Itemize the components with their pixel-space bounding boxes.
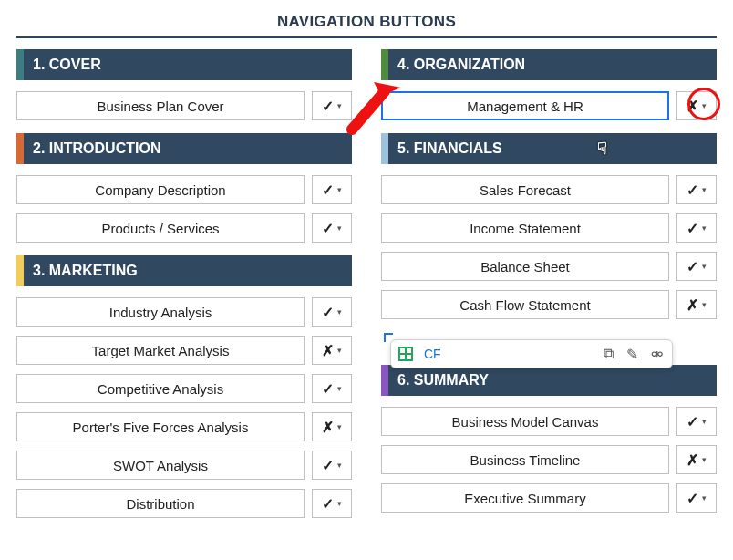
nav-target-market-analysis[interactable]: Target Market Analysis [16, 336, 305, 365]
nav-income-statement[interactable]: Income Statement [381, 213, 669, 243]
mark-check-icon: ✓ [322, 495, 334, 513]
page-title: NAVIGATION BUTTONS [16, 13, 717, 38]
toggle-business-plan-cover[interactable]: ✓ ▾ [312, 91, 352, 120]
caret-down-icon: ▾ [337, 384, 342, 393]
nav-row: Company Description ✓ ▾ [16, 175, 352, 204]
toggle-cash-flow-statement[interactable]: ✗ ▾ [676, 290, 717, 319]
accent-financials [381, 133, 388, 164]
section-label: 2. INTRODUCTION [24, 140, 160, 157]
section-header-marketing: 3. MARKETING [16, 255, 352, 286]
right-column: 4. ORGANIZATION Management & HR ✗ ▾ 5. F… [381, 49, 717, 527]
nav-row: Competitive Analysis ✓ ▾ [16, 374, 352, 403]
mark-check-icon: ✓ [322, 181, 334, 199]
caret-down-icon: ▾ [702, 417, 707, 426]
caret-down-icon: ▾ [337, 185, 342, 194]
columns: 1. COVER Business Plan Cover ✓ ▾ 2. INTR… [16, 49, 717, 527]
toggle-business-timeline[interactable]: ✗ ▾ [676, 445, 717, 474]
nav-balance-sheet[interactable]: Balance Sheet [381, 252, 669, 281]
selection-corner-icon [384, 333, 393, 342]
nav-cash-flow-statement[interactable]: Cash Flow Statement [381, 290, 669, 319]
mark-check-icon: ✓ [322, 98, 334, 115]
nav-management-hr[interactable]: Management & HR [381, 91, 669, 120]
mark-check-icon: ✓ [687, 220, 698, 237]
caret-down-icon: ▾ [337, 307, 342, 316]
link-popup: CF ⧉ ✎ ⚮ [390, 339, 673, 368]
caret-down-icon: ▾ [702, 300, 707, 309]
nav-business-model-canvas[interactable]: Business Model Canvas [381, 407, 669, 436]
caret-down-icon: ▾ [337, 422, 342, 431]
toggle-target-market-analysis[interactable]: ✗ ▾ [312, 336, 352, 365]
mark-check-icon: ✓ [687, 490, 698, 507]
nav-row: Executive Summary ✓ ▾ [381, 483, 717, 513]
nav-row: Target Market Analysis ✗ ▾ [16, 336, 352, 365]
caret-down-icon: ▾ [337, 461, 342, 470]
toggle-products-services[interactable]: ✓ ▾ [312, 213, 352, 243]
caret-down-icon: ▾ [337, 499, 342, 508]
toggle-executive-summary[interactable]: ✓ ▾ [676, 483, 717, 513]
link-label[interactable]: CF [424, 347, 441, 361]
mark-cross-icon: ✗ [687, 98, 698, 115]
section-label: 1. COVER [24, 57, 101, 73]
nav-competitive-analysis[interactable]: Competitive Analysis [16, 374, 305, 403]
toggle-industry-analysis[interactable]: ✓ ▾ [312, 297, 352, 327]
section-label: 4. ORGANIZATION [388, 57, 525, 73]
nav-business-timeline[interactable]: Business Timeline [381, 445, 669, 474]
nav-row: Distribution ✓ ▾ [16, 489, 352, 518]
mark-check-icon: ✓ [687, 258, 698, 275]
accent-organization [381, 49, 388, 80]
caret-down-icon: ▾ [337, 101, 342, 110]
hand-cursor-icon: ☟ [597, 139, 607, 159]
nav-business-plan-cover[interactable]: Business Plan Cover [16, 91, 305, 120]
toggle-company-description[interactable]: ✓ ▾ [312, 175, 352, 204]
nav-row: Income Statement ✓ ▾ [381, 213, 717, 243]
accent-cover [16, 49, 24, 80]
nav-row: SWOT Analysis ✓ ▾ [16, 451, 352, 480]
mark-check-icon: ✓ [687, 413, 698, 430]
nav-row: Porter's Five Forces Analysis ✗ ▾ [16, 412, 352, 441]
edit-icon[interactable]: ✎ [626, 346, 638, 363]
mark-cross-icon: ✗ [322, 419, 334, 436]
section-header-organization: 4. ORGANIZATION [381, 49, 717, 80]
nav-row: Business Timeline ✗ ▾ [381, 445, 717, 474]
toggle-income-statement[interactable]: ✓ ▾ [676, 213, 717, 243]
section-label: 6. SUMMARY [388, 372, 489, 389]
nav-row: Business Model Canvas ✓ ▾ [381, 407, 717, 436]
toggle-distribution[interactable]: ✓ ▾ [312, 489, 352, 518]
caret-down-icon: ▾ [702, 493, 707, 503]
nav-row: Products / Services ✓ ▾ [16, 213, 352, 243]
caret-down-icon: ▾ [337, 346, 342, 355]
mark-check-icon: ✓ [687, 181, 698, 199]
section-header-summary: 6. SUMMARY [381, 365, 717, 396]
toggle-management-hr[interactable]: ✗ ▾ [676, 91, 717, 120]
nav-company-description[interactable]: Company Description [16, 175, 305, 204]
nav-row: Sales Forecast ✓ ▾ [381, 175, 717, 204]
nav-distribution[interactable]: Distribution [16, 489, 305, 518]
nav-sales-forecast[interactable]: Sales Forecast [381, 175, 669, 204]
nav-porters-five-forces[interactable]: Porter's Five Forces Analysis [16, 412, 305, 441]
nav-row: Management & HR ✗ ▾ [381, 91, 717, 120]
toggle-balance-sheet[interactable]: ✓ ▾ [676, 252, 717, 281]
accent-marketing [16, 255, 24, 286]
nav-row: Business Plan Cover ✓ ▾ [16, 91, 352, 120]
caret-down-icon: ▾ [702, 223, 707, 233]
section-header-financials: 5. FINANCIALS ☟ [381, 133, 717, 164]
nav-executive-summary[interactable]: Executive Summary [381, 483, 669, 513]
toggle-sales-forecast[interactable]: ✓ ▾ [676, 175, 717, 204]
toggle-competitive-analysis[interactable]: ✓ ▾ [312, 374, 352, 403]
mark-cross-icon: ✗ [687, 451, 698, 469]
mark-check-icon: ✓ [322, 220, 334, 237]
section-label: 5. FINANCIALS [388, 140, 502, 157]
copy-icon[interactable]: ⧉ [604, 346, 614, 363]
toggle-business-model-canvas[interactable]: ✓ ▾ [676, 407, 717, 436]
toggle-swot-analysis[interactable]: ✓ ▾ [312, 451, 352, 480]
caret-down-icon: ▾ [702, 185, 707, 194]
caret-down-icon: ▾ [702, 101, 707, 110]
nav-products-services[interactable]: Products / Services [16, 213, 305, 243]
unlink-icon[interactable]: ⚮ [651, 346, 663, 363]
mark-check-icon: ✓ [322, 380, 334, 398]
nav-industry-analysis[interactable]: Industry Analysis [16, 297, 305, 327]
toggle-porters-five-forces[interactable]: ✗ ▾ [312, 412, 352, 441]
caret-down-icon: ▾ [337, 223, 342, 233]
caret-down-icon: ▾ [702, 455, 707, 464]
nav-swot-analysis[interactable]: SWOT Analysis [16, 451, 305, 480]
